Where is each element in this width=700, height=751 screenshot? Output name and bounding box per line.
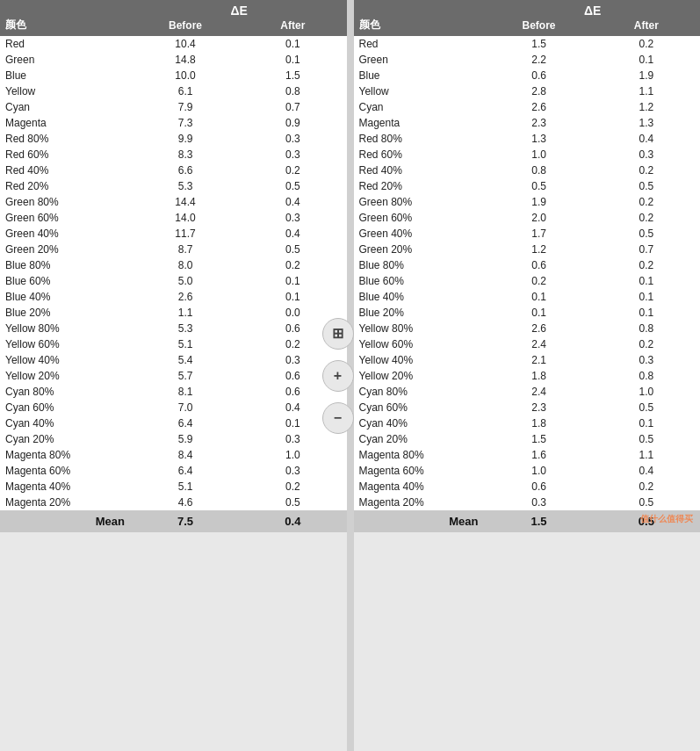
- right-cell-color: Yellow 60%: [354, 336, 486, 352]
- left-table-row: Green 40% 11.7 0.4: [0, 226, 347, 242]
- right-cell-color: Green 80%: [354, 194, 486, 210]
- left-cell-color: Blue 60%: [0, 273, 132, 289]
- right-cell-after: 0.5: [593, 178, 700, 194]
- right-table-row: Yellow 2.8 1.1: [354, 83, 701, 99]
- right-cell-after: 0.2: [593, 257, 700, 273]
- left-cell-after: 1.0: [239, 447, 346, 463]
- left-table-row: Blue 10.0 1.5: [0, 68, 347, 83]
- left-mean-label: Mean: [0, 510, 132, 532]
- grid-button[interactable]: ⊞: [322, 318, 354, 350]
- left-table-row: Green 80% 14.4 0.4: [0, 194, 347, 210]
- left-cell-before: 5.1: [132, 336, 239, 352]
- right-cell-after: 0.4: [593, 131, 700, 147]
- left-cell-before: 5.1: [132, 479, 239, 495]
- right-table-row: Magenta 60% 1.0 0.4: [354, 463, 701, 479]
- left-cell-before: 11.7: [132, 226, 239, 242]
- left-cell-after: 0.5: [239, 178, 346, 194]
- right-table-row: Yellow 80% 2.6 0.8: [354, 321, 701, 336]
- left-table-row: Blue 60% 5.0 0.1: [0, 273, 347, 289]
- left-cell-before: 6.1: [132, 83, 239, 99]
- right-cell-before: 0.1: [485, 305, 592, 321]
- left-cell-before: 9.9: [132, 131, 239, 147]
- right-table-row: Magenta 2.3 1.3: [354, 115, 701, 131]
- right-cell-before: 2.0: [485, 210, 592, 226]
- right-cell-after: 0.3: [593, 147, 700, 162]
- left-cell-color: Red 80%: [0, 131, 132, 147]
- left-cell-color: Green: [0, 52, 132, 68]
- left-cell-before: 5.3: [132, 178, 239, 194]
- right-cell-before: 2.6: [485, 321, 592, 336]
- right-cell-after: 0.1: [593, 289, 700, 305]
- right-cell-after: 0.8: [593, 368, 700, 384]
- right-cell-after: 1.0: [593, 384, 700, 400]
- right-cell-after: 0.1: [593, 415, 700, 431]
- right-cell-color: Green 20%: [354, 242, 486, 257]
- right-cell-after: 0.2: [593, 162, 700, 178]
- left-cell-after: 0.3: [239, 147, 346, 162]
- right-cell-after: 0.4: [593, 463, 700, 479]
- left-cell-before: 10.0: [132, 68, 239, 83]
- right-cell-after: 0.1: [593, 52, 700, 68]
- plus-button[interactable]: +: [322, 360, 354, 392]
- right-cell-before: 2.6: [485, 99, 592, 115]
- right-table-row: Green 60% 2.0 0.2: [354, 210, 701, 226]
- right-cell-after: 0.2: [593, 194, 700, 210]
- right-cell-before: 0.6: [485, 68, 592, 83]
- right-table-row: Yellow 20% 1.8 0.8: [354, 368, 701, 384]
- left-table-row: Blue 80% 8.0 0.2: [0, 257, 347, 273]
- right-cell-color: Cyan 20%: [354, 431, 486, 447]
- left-cell-after: 1.5: [239, 68, 346, 83]
- right-cell-before: 2.4: [485, 336, 592, 352]
- left-table-wrapper: ΔE 颜色 Before After Red 10.4 0.1 Green 14…: [0, 0, 347, 532]
- left-cell-after: 0.3: [239, 131, 346, 147]
- left-col3-header: After: [239, 18, 346, 36]
- right-cell-before: 2.4: [485, 384, 592, 400]
- left-cell-color: Cyan 20%: [0, 431, 132, 447]
- right-table-row: Cyan 80% 2.4 1.0: [354, 384, 701, 400]
- right-cell-color: Red 80%: [354, 131, 486, 147]
- left-cell-before: 6.6: [132, 162, 239, 178]
- right-cell-after: 0.1: [593, 305, 700, 321]
- right-cell-before: 1.5: [485, 431, 592, 447]
- right-cell-color: Magenta 20%: [354, 495, 486, 510]
- minus-icon: −: [334, 410, 342, 426]
- left-cell-before: 4.6: [132, 495, 239, 510]
- right-cell-after: 0.3: [593, 352, 700, 368]
- left-cell-before: 8.7: [132, 242, 239, 257]
- left-cell-color: Yellow: [0, 83, 132, 99]
- left-cell-before: 10.4: [132, 36, 239, 52]
- left-cell-after: 0.9: [239, 115, 346, 131]
- right-cell-before: 2.8: [485, 83, 592, 99]
- left-table-row: Red 10.4 0.1: [0, 36, 347, 52]
- controls-panel: ⊞ + −: [331, 309, 345, 443]
- left-table-row: Cyan 20% 5.9 0.3: [0, 431, 347, 447]
- left-cell-after: 0.4: [239, 194, 346, 210]
- right-mean-label: Mean: [354, 510, 486, 532]
- left-table-row: Cyan 40% 6.4 0.1: [0, 415, 347, 431]
- right-table-row: Blue 20% 0.1 0.1: [354, 305, 701, 321]
- right-cell-color: Yellow 20%: [354, 368, 486, 384]
- right-cell-color: Cyan 80%: [354, 384, 486, 400]
- right-table-wrapper: ΔE 颜色 Before After Red 1.5 0.2 Green 2.2…: [354, 0, 701, 532]
- minus-button[interactable]: −: [322, 402, 354, 434]
- left-header-color: [0, 0, 132, 18]
- left-cell-before: 14.0: [132, 210, 239, 226]
- right-cell-before: 1.0: [485, 147, 592, 162]
- right-cell-after: 0.1: [593, 273, 700, 289]
- left-cell-color: Magenta 80%: [0, 447, 132, 463]
- right-table-row: Red 20% 0.5 0.5: [354, 178, 701, 194]
- right-cell-before: 1.7: [485, 226, 592, 242]
- left-table-row: Magenta 40% 5.1 0.2: [0, 479, 347, 495]
- left-cell-before: 7.9: [132, 99, 239, 115]
- left-table-row: Magenta 7.3 0.9: [0, 115, 347, 131]
- left-cell-after: 0.5: [239, 495, 346, 510]
- right-col2-header: Before: [485, 18, 592, 36]
- right-cell-after: 0.5: [593, 400, 700, 415]
- left-cell-color: Cyan 60%: [0, 400, 132, 415]
- right-cell-color: Yellow 40%: [354, 352, 486, 368]
- right-cell-before: 0.6: [485, 257, 592, 273]
- left-table-row: Magenta 20% 4.6 0.5: [0, 495, 347, 510]
- left-cell-color: Yellow 80%: [0, 321, 132, 336]
- left-mean-after: 0.4: [239, 510, 346, 532]
- right-cell-color: Red 60%: [354, 147, 486, 162]
